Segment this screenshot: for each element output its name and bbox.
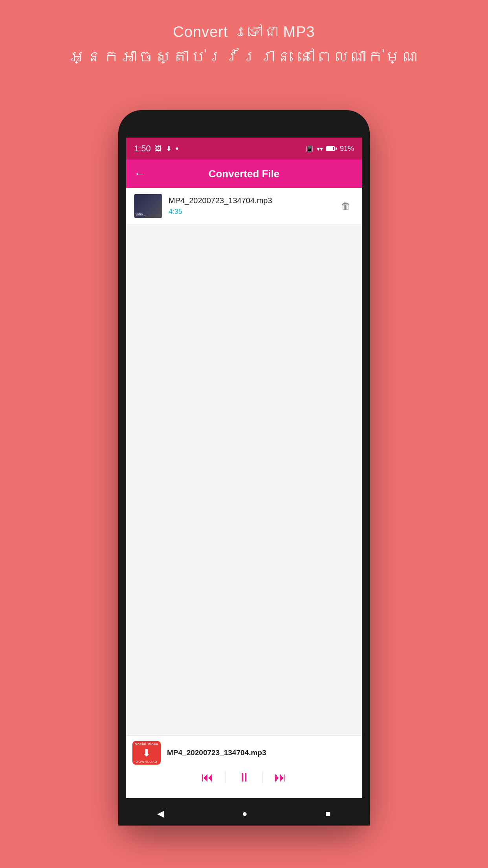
toolbar-title: Converted File <box>153 168 335 180</box>
file-name: MP4_20200723_134704.mp3 <box>169 196 338 205</box>
status-left: 1:50 🖼 ⬇ • <box>134 143 179 154</box>
file-list: vidio... MP4_20200723_134704.mp3 4:35 🗑 … <box>126 188 362 798</box>
battery-fill <box>327 147 333 150</box>
thumb-text: vidio... <box>136 212 146 216</box>
toolbar: ← Converted File <box>126 160 362 188</box>
pause-button[interactable]: ⏸ <box>226 768 262 787</box>
status-bar: 1:50 🖼 ⬇ • 📳 ▾▾ 91% <box>126 138 362 160</box>
wifi-icon: ▾▾ <box>317 145 323 153</box>
download-status-icon: ⬇ <box>166 144 172 153</box>
player-thumb-label: Social Video <box>135 742 158 746</box>
player-thumb-sublabel: DOWNLOAD <box>136 760 157 763</box>
player-thumb-download-icon: ⬇ <box>142 747 151 759</box>
player-info: Social Video ⬇ DOWNLOAD MP4_20200723_134… <box>126 736 362 768</box>
nav-bar: ◀ ● ■ <box>118 802 370 826</box>
next-button[interactable]: ⏭ <box>262 768 299 787</box>
nav-home-button[interactable]: ● <box>234 805 255 823</box>
phone-screen: 1:50 🖼 ⬇ • 📳 ▾▾ 91% ← Converted File <box>126 138 362 798</box>
prev-button[interactable]: ⏮ <box>189 768 226 787</box>
battery-tip <box>336 147 337 150</box>
file-duration: 4:35 <box>169 208 338 216</box>
dot-status-icon: • <box>176 143 179 154</box>
background-text-area: Convert រទៅជា MP3 អ្នកអាចស្តាប់រវ័ររាន ន… <box>69 24 420 66</box>
file-thumbnail: vidio... <box>134 194 162 218</box>
thumb-inner: vidio... <box>134 194 162 218</box>
player-filename: MP4_20200723_134704.mp3 <box>167 748 356 757</box>
bottom-player: Social Video ⬇ DOWNLOAD MP4_20200723_134… <box>126 735 362 798</box>
file-info: MP4_20200723_134704.mp3 4:35 <box>169 196 338 216</box>
file-list-item[interactable]: vidio... MP4_20200723_134704.mp3 4:35 🗑 <box>126 188 362 224</box>
back-button[interactable]: ← <box>134 167 145 180</box>
player-thumbnail: Social Video ⬇ DOWNLOAD <box>132 741 161 765</box>
phone-shell: 1:50 🖼 ⬇ • 📳 ▾▾ 91% ← Converted File <box>118 110 370 826</box>
bg-title: Convert រទៅជា MP3 <box>69 24 420 40</box>
status-right: 📳 ▾▾ 91% <box>306 145 354 153</box>
battery-icon <box>326 146 337 151</box>
player-controls: ⏮ ⏸ ⏭ <box>126 768 362 791</box>
image-status-icon: 🖼 <box>155 145 162 153</box>
nav-back-button[interactable]: ◀ <box>149 805 172 823</box>
battery-percent: 91% <box>340 145 354 153</box>
delete-button[interactable]: 🗑 <box>338 197 354 215</box>
status-time: 1:50 <box>134 143 151 154</box>
bg-subtitle: អ្នកអាចស្តាប់រវ័ររាន នៅពេលណាក់ម្ណ <box>69 48 420 66</box>
nav-recent-button[interactable]: ■ <box>317 805 338 823</box>
vibrate-icon: 📳 <box>306 145 314 153</box>
empty-content-area <box>126 224 362 735</box>
battery-body <box>326 146 335 151</box>
